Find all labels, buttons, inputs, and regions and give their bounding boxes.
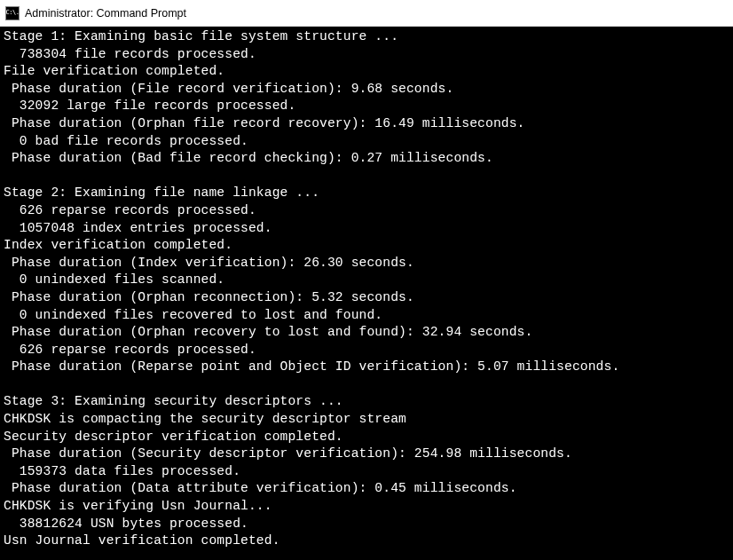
terminal-line xyxy=(4,168,729,185)
terminal-line: CHKDSK is verifying Usn Journal... xyxy=(4,498,729,516)
terminal-line: Stage 2: Examining file name linkage ... xyxy=(4,185,729,202)
terminal-line xyxy=(4,376,729,394)
terminal-line: 159373 data files processed. xyxy=(4,463,729,481)
terminal-line: Security descriptor verification complet… xyxy=(4,429,729,446)
terminal-line: Phase duration (Orphan recovery to lost … xyxy=(4,324,729,342)
cmd-icon: C:\. xyxy=(5,6,20,20)
terminal-line: Phase duration (Orphan reconnection): 5.… xyxy=(4,289,729,307)
terminal-line: 626 reparse records processed. xyxy=(4,202,729,220)
terminal-line: Phase duration (File record verification… xyxy=(4,81,729,99)
terminal-line: Index verification completed. xyxy=(4,237,729,255)
cmd-icon-text: C:\. xyxy=(6,10,20,16)
terminal-line: 626 reparse records processed. xyxy=(4,342,729,359)
terminal-line: Phase duration (Orphan file record recov… xyxy=(4,115,729,133)
terminal-line: 738304 file records processed. xyxy=(4,46,729,64)
terminal-line: Phase duration (Security descriptor veri… xyxy=(4,446,729,463)
terminal-line: Stage 1: Examining basic file system str… xyxy=(4,28,729,46)
terminal-line: File verification completed. xyxy=(4,63,729,81)
window-titlebar[interactable]: C:\. Administrator: Command Prompt xyxy=(0,0,733,27)
terminal-line: 32092 large file records processed. xyxy=(4,98,729,115)
terminal-line: Stage 3: Examining security descriptors … xyxy=(4,393,729,411)
terminal-line: Phase duration (Bad file record checking… xyxy=(4,150,729,168)
terminal-line: 1057048 index entries processed. xyxy=(4,220,729,238)
terminal-line: CHKDSK is compacting the security descri… xyxy=(4,411,729,429)
window-title: Administrator: Command Prompt xyxy=(25,7,186,20)
terminal-line: Phase duration (Reparse point and Object… xyxy=(4,359,729,376)
terminal-line: 0 unindexed files recovered to lost and … xyxy=(4,307,729,325)
terminal-line: Phase duration (Data attribute verificat… xyxy=(4,480,729,498)
terminal-line: Phase duration (Index verification): 26.… xyxy=(4,255,729,272)
terminal-line: 38812624 USN bytes processed. xyxy=(4,516,729,533)
terminal-line: 0 unindexed files scanned. xyxy=(4,272,729,289)
terminal-line: Usn Journal verification completed. xyxy=(4,532,729,550)
terminal-line: 0 bad file records processed. xyxy=(4,133,729,151)
terminal-output[interactable]: Stage 1: Examining basic file system str… xyxy=(0,27,733,560)
